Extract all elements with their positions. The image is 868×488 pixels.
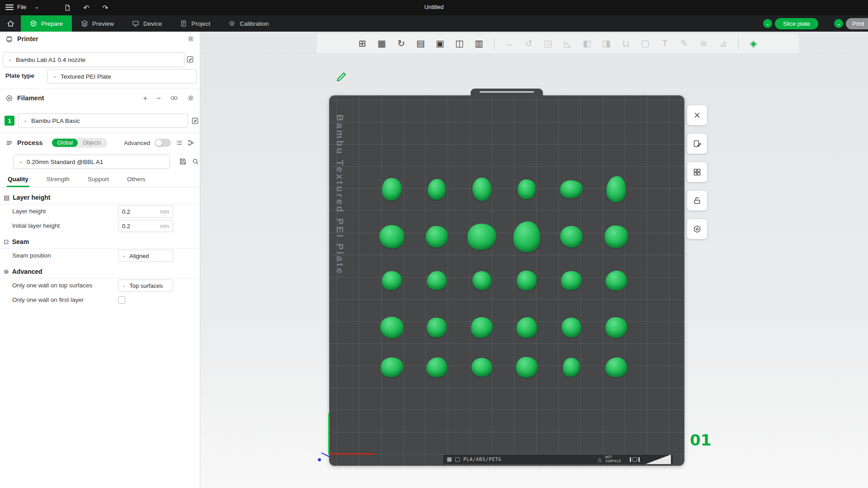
scope-global-pill[interactable]: Global: [52, 139, 78, 147]
model-object[interactable]: [516, 317, 537, 338]
copy-icon[interactable]: ▣: [434, 38, 446, 49]
layout-icon[interactable]: ▥: [473, 38, 485, 49]
model-object[interactable]: [560, 180, 583, 198]
viewport-3d[interactable]: ⊞▦↻▤▣◫▥↔↺◲◺◧◨⊔▢T✎≋⊿◈ Bambu Textured PEI …: [200, 32, 868, 488]
model-object[interactable]: [428, 179, 446, 200]
model-object[interactable]: [518, 179, 536, 199]
print-button[interactable]: Print: [846, 18, 868, 29]
printer-select[interactable]: ⌄ Bambu Lab A1 0.4 nozzle: [3, 52, 184, 67]
assembly-view-icon[interactable]: ◈: [748, 38, 760, 49]
device-icon: [132, 20, 139, 27]
delete-plate-button[interactable]: [687, 105, 707, 125]
printer-edit-icon[interactable]: [186, 56, 194, 63]
process-preset-select[interactable]: ⌄ 0.20mm Standard @BBL A1: [14, 155, 170, 169]
model-object[interactable]: [605, 271, 627, 291]
model-object[interactable]: [560, 226, 583, 248]
model-object[interactable]: [605, 357, 627, 377]
param-unit: mm: [160, 208, 169, 215]
plate-mini-icon: [638, 457, 640, 462]
tab-prepare[interactable]: Prepare: [21, 15, 72, 32]
layer-height-icon: ▤: [4, 194, 9, 201]
model-object[interactable]: [517, 271, 537, 291]
model-object[interactable]: [472, 358, 492, 377]
lock-plate-button[interactable]: [687, 191, 707, 211]
printer-settings-gear-icon[interactable]: [187, 35, 194, 42]
param-row: Initial layer height0.2mm: [0, 219, 200, 233]
model-object[interactable]: [380, 317, 404, 338]
model-object[interactable]: [561, 271, 582, 290]
model-object[interactable]: [379, 225, 405, 249]
ams-sync-icon[interactable]: [170, 95, 178, 101]
process-section-header: Process Global Objects Advanced: [0, 136, 200, 150]
model-object[interactable]: [426, 226, 448, 248]
model-object[interactable]: [516, 357, 538, 378]
model-object[interactable]: [606, 176, 626, 202]
arrange-plate-button[interactable]: [687, 162, 707, 182]
param-input[interactable]: 0.2mm: [118, 220, 173, 232]
model-object[interactable]: [471, 317, 493, 338]
model-object[interactable]: [382, 178, 402, 201]
home-button[interactable]: [0, 15, 21, 32]
model-object[interactable]: [513, 221, 540, 252]
model-object[interactable]: [561, 318, 581, 338]
process-tab-support[interactable]: Support: [87, 172, 110, 187]
process-tab-strength[interactable]: Strength: [46, 172, 71, 187]
model-object[interactable]: [472, 178, 491, 201]
remove-filament-button[interactable]: −: [156, 94, 161, 102]
plate-settings-button[interactable]: [687, 219, 707, 239]
sidebar: Printer ⌄ Bambu Lab A1 0.4 nozzle Plate …: [0, 32, 200, 488]
advanced-toggle[interactable]: [155, 139, 171, 147]
tab-project[interactable]: Project: [171, 15, 219, 32]
arrange-icon[interactable]: ▤: [415, 38, 427, 49]
param-unit: mm: [160, 223, 169, 229]
paste-icon[interactable]: ◫: [454, 38, 466, 49]
model-object[interactable]: [427, 318, 447, 338]
preview-icon: [81, 20, 88, 27]
model-object[interactable]: [426, 357, 447, 377]
model-object[interactable]: [467, 224, 496, 250]
param-input[interactable]: 0.2mm: [118, 206, 173, 218]
param-checkbox[interactable]: [118, 296, 125, 304]
slice-plate-button[interactable]: Slice plate: [775, 18, 818, 29]
model-object[interactable]: [605, 317, 627, 338]
param-list-icon[interactable]: [175, 139, 183, 146]
filament-edit-icon[interactable]: [191, 117, 199, 125]
tab-preview[interactable]: Preview: [72, 15, 123, 32]
process-layers-icon: [5, 139, 13, 147]
model-object[interactable]: [472, 271, 491, 290]
add-model-icon[interactable]: ⊞: [357, 38, 368, 49]
model-object[interactable]: [427, 271, 447, 290]
param-select[interactable]: ⌄Aligned: [118, 250, 173, 262]
scope-objects-pill[interactable]: Objects: [78, 139, 106, 147]
filament-select[interactable]: ⌄ Bambu PLA Basic: [18, 113, 188, 128]
printer-name: Bambu Lab A1 0.4 nozzle: [16, 56, 85, 63]
filament-settings-gear-icon[interactable]: [187, 94, 194, 102]
tab-calibration[interactable]: Calibration: [219, 15, 278, 32]
origin-dot: [318, 458, 321, 461]
param-select-value: Aligned: [129, 253, 149, 259]
model-object[interactable]: [382, 271, 402, 290]
model-object[interactable]: [604, 225, 628, 248]
build-plate[interactable]: Bambu Textured PEI Plate PLA/ABS/PETG △ …: [329, 95, 684, 466]
param-tree-icon[interactable]: [187, 139, 194, 146]
auto-orient-icon[interactable]: ↻: [396, 38, 407, 49]
preset-search-icon[interactable]: [192, 158, 199, 165]
process-tab-others[interactable]: Others: [126, 172, 146, 187]
edit-plate-name-icon[interactable]: [335, 70, 349, 83]
tab-device[interactable]: Device: [123, 15, 171, 32]
print-options-chevron-icon[interactable]: ⌄: [834, 19, 843, 28]
model-object[interactable]: [563, 358, 580, 377]
plate-type-select[interactable]: ⌄ Textured PEI Plate: [47, 69, 197, 84]
slice-options-chevron-icon[interactable]: ⌄: [763, 19, 772, 28]
orient-plate-button[interactable]: [687, 134, 707, 154]
plate-settings-icon: [693, 225, 702, 234]
model-object[interactable]: [381, 357, 403, 377]
process-tab-quality[interactable]: Quality: [7, 172, 29, 187]
param-row: Only one wall on first layer: [0, 293, 200, 307]
add-filament-button[interactable]: +: [143, 94, 147, 102]
param-select[interactable]: ⌄Top surfaces: [118, 280, 173, 292]
preset-save-icon[interactable]: [179, 158, 187, 165]
prepare-icon: [30, 20, 37, 27]
add-plate-icon[interactable]: ▦: [376, 38, 388, 49]
measure-icon: ⊿: [717, 38, 729, 49]
